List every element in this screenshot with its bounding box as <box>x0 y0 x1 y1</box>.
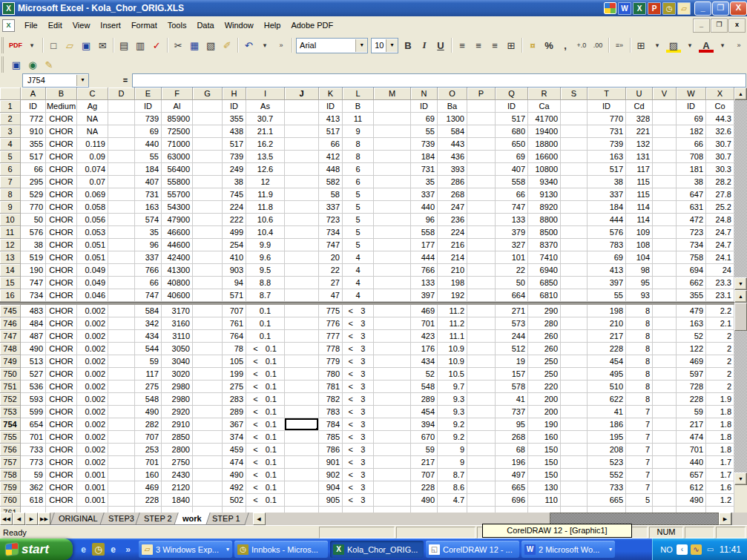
row-header-14[interactable]: 14 <box>0 264 21 277</box>
cell-P7[interactable] <box>467 176 496 188</box>
cell-J757[interactable] <box>285 456 319 469</box>
cell-M12[interactable] <box>374 239 411 251</box>
cell-D14[interactable] <box>108 264 135 277</box>
row-header-8[interactable]: 8 <box>0 188 21 201</box>
cell-U753[interactable]: 7 <box>626 406 653 418</box>
cell-E3[interactable]: 69 <box>135 125 162 138</box>
cell-K759[interactable]: 904 <box>319 481 343 494</box>
cell-L747[interactable]: <3 <box>343 330 374 343</box>
row-header-747[interactable]: 747 <box>0 330 21 343</box>
cell-A5[interactable]: 517 <box>21 151 46 163</box>
cell-G6[interactable] <box>193 163 223 176</box>
cell-K760[interactable]: 905 <box>319 494 343 507</box>
cell-V748[interactable] <box>653 343 677 355</box>
cell-G5[interactable] <box>193 151 223 163</box>
workbook-icon[interactable]: X <box>2 19 15 32</box>
cell-P11[interactable] <box>467 226 496 239</box>
cell-R7[interactable]: 9340 <box>528 176 561 188</box>
more-buttons-icon[interactable]: » <box>731 38 746 53</box>
cell-D13[interactable] <box>108 251 135 264</box>
cell-J761[interactable] <box>285 507 319 513</box>
row-header-751[interactable]: 751 <box>0 381 21 393</box>
cell-R1[interactable]: Ca <box>528 100 561 113</box>
cell-T8[interactable]: 337 <box>588 188 626 201</box>
cell-N749[interactable]: 434 <box>411 355 438 368</box>
cell-W747[interactable]: 52 <box>677 330 706 343</box>
cell-G760[interactable] <box>193 494 223 507</box>
next-sheet-button[interactable]: ▶ <box>25 513 38 525</box>
first-sheet-button[interactable]: ◀◀ <box>0 513 13 525</box>
cell-E749[interactable]: 59 <box>135 355 162 368</box>
menu-item-view[interactable]: View <box>68 19 96 32</box>
cell-W753[interactable]: 59 <box>677 406 706 418</box>
cell-L7[interactable]: 6 <box>343 176 374 188</box>
cell-C749[interactable]: 0.002 <box>77 355 108 368</box>
toolbar-grip[interactable] <box>1 56 7 73</box>
cell-L756[interactable]: <3 <box>343 444 374 456</box>
cell-A750[interactable]: 527 <box>21 368 46 381</box>
increase-decimal-icon[interactable]: +.0 <box>574 38 589 53</box>
cell-F10[interactable]: 47900 <box>162 214 193 226</box>
cell-S11[interactable] <box>561 226 588 239</box>
cell-W10[interactable]: 472 <box>677 214 706 226</box>
cell-X750[interactable]: 2 <box>706 368 734 381</box>
cell-V745[interactable] <box>653 305 677 317</box>
menu-item-window[interactable]: Window <box>220 19 259 32</box>
cell-W759[interactable]: 612 <box>677 481 706 494</box>
cell-W12[interactable]: 734 <box>677 239 706 251</box>
cell-J8[interactable] <box>285 188 319 201</box>
cell-H8[interactable]: 745 <box>223 188 246 201</box>
cell-O746[interactable]: 11.2 <box>438 317 467 330</box>
cell-K750[interactable]: 780 <box>319 368 343 381</box>
excel-icon[interactable]: X <box>633 2 646 15</box>
cell-N754[interactable]: 394 <box>411 418 438 431</box>
close-button[interactable]: X <box>730 1 747 16</box>
save-icon[interactable]: ▣ <box>79 38 93 53</box>
cell-X756[interactable]: 1.8 <box>706 444 734 456</box>
cell-J756[interactable] <box>285 444 319 456</box>
cell-I746[interactable]: 0.1 <box>246 317 285 330</box>
cell-Q759[interactable]: 665 <box>496 481 528 494</box>
cell-L749[interactable]: <3 <box>343 355 374 368</box>
cell-M9[interactable] <box>374 201 411 214</box>
column-header-O[interactable]: O <box>438 88 467 100</box>
word-icon[interactable]: W <box>524 544 536 555</box>
cell-F2[interactable]: 85900 <box>162 113 193 125</box>
underline-icon[interactable]: U <box>433 38 448 53</box>
cell-L751[interactable]: <3 <box>343 381 374 393</box>
cell-W9[interactable]: 631 <box>677 201 706 214</box>
scroll-left-icon[interactable]: ◀ <box>253 513 266 525</box>
cell-M13[interactable] <box>374 251 411 264</box>
cell-H753[interactable]: 289 <box>223 406 246 418</box>
cell-W754[interactable]: 217 <box>677 418 706 431</box>
cell-T4[interactable]: 739 <box>588 138 626 151</box>
row-header-12[interactable]: 12 <box>0 239 21 251</box>
cell-Q13[interactable]: 101 <box>496 251 528 264</box>
cell-H5[interactable]: 739 <box>223 151 246 163</box>
cell-D749[interactable] <box>108 355 135 368</box>
cell-F15[interactable]: 40800 <box>162 277 193 289</box>
cell-Q761[interactable] <box>496 507 528 513</box>
cell-R750[interactable]: 250 <box>528 368 561 381</box>
cell-W745[interactable]: 479 <box>677 305 706 317</box>
cell-G14[interactable] <box>193 264 223 277</box>
cell-E757[interactable]: 701 <box>135 456 162 469</box>
cell-S8[interactable] <box>561 188 588 201</box>
cell-C753[interactable]: 0.002 <box>77 406 108 418</box>
cell-M754[interactable] <box>374 418 411 431</box>
cell-S760[interactable] <box>561 494 588 507</box>
cell-I757[interactable]: <0.1 <box>246 456 285 469</box>
cell-T745[interactable]: 198 <box>588 305 626 317</box>
cell-S755[interactable] <box>561 431 588 444</box>
cell-E13[interactable]: 337 <box>135 251 162 264</box>
cell-J9[interactable] <box>285 201 319 214</box>
cell-N9[interactable]: 440 <box>411 201 438 214</box>
cell-X747[interactable]: 2 <box>706 330 734 343</box>
cell-Q748[interactable]: 512 <box>496 343 528 355</box>
cell-K10[interactable]: 723 <box>319 214 343 226</box>
cell-M760[interactable] <box>374 494 411 507</box>
cell-B5[interactable]: CHOR <box>46 151 77 163</box>
row-header-745[interactable]: 745 <box>0 305 21 317</box>
cell-V752[interactable] <box>653 393 677 406</box>
cell-S9[interactable] <box>561 201 588 214</box>
